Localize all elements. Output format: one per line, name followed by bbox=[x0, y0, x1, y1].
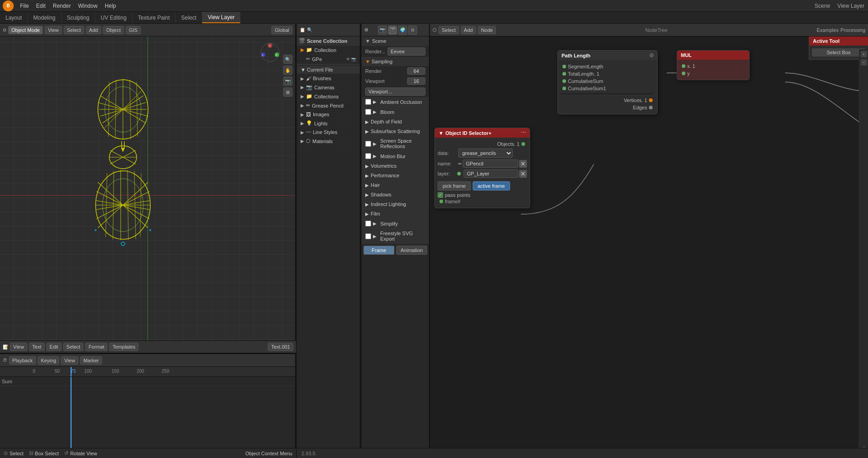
bloom-header[interactable]: ▶ Bloom bbox=[362, 107, 429, 117]
eye-icon[interactable]: 👁 bbox=[346, 57, 350, 62]
view-btn[interactable]: View bbox=[45, 26, 62, 34]
view-timeline-btn[interactable]: View bbox=[61, 356, 78, 365]
name-clear-btn[interactable]: ✕ bbox=[519, 160, 527, 168]
menu-file[interactable]: File bbox=[16, 2, 32, 10]
tab-sculpting[interactable]: Sculpting bbox=[61, 12, 95, 23]
viewport-denoising-btn[interactable]: Viewport... bbox=[365, 87, 425, 96]
menu-edit[interactable]: Edit bbox=[32, 2, 49, 10]
sampling-header[interactable]: ▼ Sampling bbox=[362, 57, 429, 66]
marker-btn[interactable]: Marker bbox=[80, 356, 102, 365]
examples-label[interactable]: Examples bbox=[817, 27, 838, 33]
motion-blur-header[interactable]: ▶ Motion Blur bbox=[362, 151, 429, 161]
dof-header[interactable]: ▶ Depth of Field bbox=[362, 117, 429, 126]
eevee-select[interactable]: Eevee bbox=[388, 47, 425, 56]
path-length-node[interactable]: Path Length ⊙ SegmentLength TotalLength.… bbox=[557, 50, 658, 114]
volumetrics-header[interactable]: ▶ Volumetrics bbox=[362, 161, 429, 170]
playback-btn[interactable]: Playback bbox=[9, 356, 36, 365]
text-select-btn[interactable]: Select bbox=[63, 343, 84, 351]
layer-clear-btn[interactable]: ✕ bbox=[519, 170, 527, 178]
node-zoom-btn[interactable]: + bbox=[861, 51, 867, 57]
text-format-btn[interactable]: Format bbox=[85, 343, 107, 351]
timeline-tracks[interactable]: Sum bbox=[0, 377, 295, 448]
node-add-btn[interactable]: Add bbox=[461, 26, 476, 34]
gpe-item[interactable]: ✏ GPe 👁 📷 bbox=[297, 55, 360, 64]
simplify-header[interactable]: ▶ Simplify bbox=[362, 219, 429, 228]
status-context[interactable]: Object Context Menu bbox=[245, 451, 292, 456]
mb-checkbox[interactable] bbox=[365, 153, 371, 159]
object-id-menu-icon[interactable]: ⋯ bbox=[521, 130, 526, 136]
materials-item[interactable]: ▶ ⬡ Materials bbox=[297, 137, 360, 146]
menu-help[interactable]: Help bbox=[101, 2, 120, 10]
keying-btn[interactable]: Keying bbox=[38, 356, 60, 365]
grease-pencil-item[interactable]: ▶ ✏ Grease Pencil bbox=[297, 101, 360, 110]
ambient-occlusion-header[interactable]: ▶ Ambient Occlusion bbox=[362, 97, 429, 107]
menu-render[interactable]: Render bbox=[49, 2, 74, 10]
pass-points-checkbox[interactable]: ✓ bbox=[438, 192, 443, 198]
active-frame-btn[interactable]: active frame bbox=[473, 181, 510, 190]
viewport-3d[interactable]: ⊙ Object Mode View Select Add Object GIS… bbox=[0, 24, 296, 353]
bloom-checkbox[interactable] bbox=[365, 109, 371, 115]
status-rotate[interactable]: ↺ Rotate View bbox=[64, 450, 97, 456]
node-node-btn[interactable]: Node bbox=[478, 26, 496, 34]
hair-header[interactable]: ▶ Hair bbox=[362, 180, 429, 190]
freestyle-header[interactable]: ▶ Freestyle SVG Export bbox=[362, 229, 429, 243]
status-box-select[interactable]: ⊟ Box Select bbox=[29, 450, 59, 456]
select-btn[interactable]: Select bbox=[64, 26, 84, 34]
brushes-item[interactable]: ▶ 🖌 Brushes bbox=[297, 74, 360, 83]
timeline-playhead[interactable] bbox=[71, 367, 71, 376]
obj-props-btn[interactable]: ⊙ bbox=[408, 26, 417, 35]
object-mode-btn[interactable]: Object Mode bbox=[8, 26, 43, 34]
menu-window[interactable]: Window bbox=[74, 2, 101, 10]
hand-icon[interactable]: ✋ bbox=[283, 66, 292, 75]
tab-view-layer[interactable]: View Layer bbox=[202, 12, 240, 23]
film-header[interactable]: ▶ Film bbox=[362, 209, 429, 218]
ao-checkbox[interactable] bbox=[365, 99, 371, 105]
collections-item[interactable]: ▶ 📁 Collections bbox=[297, 92, 360, 101]
object-btn[interactable]: Object bbox=[103, 26, 124, 34]
ssr-checkbox[interactable] bbox=[365, 141, 371, 147]
zoom-icon[interactable]: 🔍 bbox=[283, 55, 292, 64]
add-btn[interactable]: Add bbox=[86, 26, 102, 34]
simp-checkbox[interactable] bbox=[365, 221, 371, 226]
status-select[interactable]: ⊙ Select bbox=[4, 450, 24, 456]
viewport-canvas[interactable]: Y X Z 🔍 ✋ 📷 ⊞ bbox=[0, 36, 295, 353]
performance-header[interactable]: ▶ Performance bbox=[362, 171, 429, 180]
camera-icon[interactable]: 📷 bbox=[283, 77, 292, 86]
select-box-btn[interactable]: Select Box bbox=[812, 48, 865, 57]
mul-node[interactable]: MUL x. 1 y bbox=[677, 50, 750, 80]
viewport-sampling-value[interactable]: 16 bbox=[407, 77, 425, 85]
scene-props-btn[interactable]: 🎬 bbox=[388, 26, 397, 35]
processing-label[interactable]: Processing bbox=[841, 27, 865, 33]
data-select[interactable]: grease_pencils bbox=[458, 149, 513, 158]
cameras-item[interactable]: ▶ 📷 Cameras bbox=[297, 83, 360, 92]
node-canvas[interactable]: Path Length ⊙ SegmentLength TotalLength.… bbox=[430, 36, 868, 458]
lights-item[interactable]: ▶ 💡 Lights bbox=[297, 119, 360, 128]
gis-btn[interactable]: GIS bbox=[126, 26, 141, 34]
animation-tab-btn[interactable]: Animation bbox=[396, 246, 427, 255]
text-file-name[interactable]: Text.001 bbox=[268, 343, 293, 351]
node-zoom-out-btn[interactable]: − bbox=[861, 59, 867, 66]
shadows-header[interactable]: ▶ Shadows bbox=[362, 190, 429, 199]
object-id-collapse-icon[interactable]: ▼ bbox=[439, 130, 444, 136]
transform-btn[interactable]: Global bbox=[271, 26, 292, 34]
render-props-btn[interactable]: 📷 bbox=[378, 26, 387, 35]
images-item[interactable]: ▶ 🖼 Images bbox=[297, 110, 360, 119]
tab-layout[interactable]: Layout bbox=[0, 12, 28, 23]
tab-modeling[interactable]: Modeling bbox=[28, 12, 61, 23]
collection-item[interactable]: ▶ 📁 Collection bbox=[297, 46, 360, 55]
ssr-header[interactable]: ▶ Screen Space Reflections bbox=[362, 136, 429, 151]
text-view-btn[interactable]: View bbox=[10, 343, 27, 351]
outliner-search[interactable]: 🔍 bbox=[307, 27, 357, 32]
layer-input[interactable] bbox=[464, 170, 518, 178]
text-btn[interactable]: Text bbox=[29, 343, 45, 351]
node-editor[interactable]: ⬡ Select Add Node NodeTree Examples Proc… bbox=[430, 24, 868, 458]
fs-checkbox[interactable] bbox=[365, 233, 371, 239]
pick-frame-btn[interactable]: pick frame bbox=[438, 181, 471, 190]
grid-icon[interactable]: ⊞ bbox=[283, 87, 292, 97]
sss-header[interactable]: ▶ Subsurface Scattering bbox=[362, 127, 429, 136]
render-icon-small[interactable]: 📷 bbox=[351, 57, 356, 62]
render-sampling-value[interactable]: 64 bbox=[407, 67, 425, 75]
text-templates-btn[interactable]: Templates bbox=[109, 343, 138, 351]
object-id-selector-node[interactable]: ▼ Object ID Selector+ ⋯ Objects. 1 data: bbox=[434, 128, 530, 208]
text-edit-btn[interactable]: Edit bbox=[46, 343, 61, 351]
